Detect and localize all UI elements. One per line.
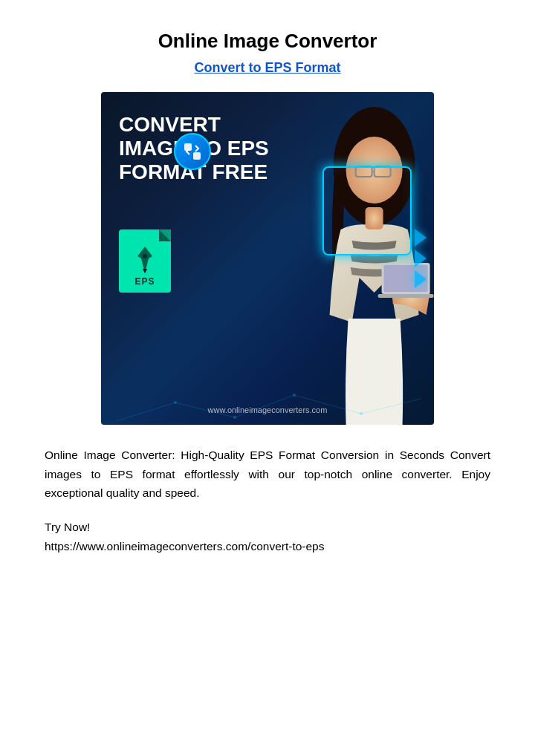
hero-right-panel: [284, 92, 434, 425]
hero-left-panel: CONVERT IMAGE TO EPS FORMAT FREE: [101, 92, 284, 425]
convert-arrows-icon: [182, 141, 203, 162]
eps-label: EPS: [134, 276, 155, 287]
hero-image-bg: CONVERT IMAGE TO EPS FORMAT FREE: [101, 92, 434, 425]
subtitle-link[interactable]: Convert to EPS Format: [194, 60, 340, 76]
woman-figure-svg: [284, 92, 434, 425]
hero-watermark: www.onlineimageconverters.com: [208, 405, 328, 414]
url-link[interactable]: https://www.onlineimageconverters.com/co…: [45, 540, 490, 553]
neon-box: [322, 166, 412, 255]
svg-line-16: [361, 399, 421, 414]
try-now-text: Try Now!: [45, 521, 490, 534]
chevron-2: [415, 250, 427, 267]
chevron-arrows: [415, 229, 427, 288]
description-text: Online Image Converter: High-Quality EPS…: [45, 446, 490, 503]
svg-rect-11: [378, 294, 434, 298]
convert-icon: [174, 133, 211, 170]
pen-nib-icon: [134, 245, 156, 275]
hero-image: CONVERT IMAGE TO EPS FORMAT FREE: [101, 92, 434, 425]
svg-rect-1: [193, 152, 201, 160]
chevron-1: [415, 229, 427, 247]
svg-point-2: [143, 254, 147, 258]
page-container: Online Image Convertor Convert to EPS Fo…: [0, 0, 535, 756]
page-title: Online Image Convertor: [158, 30, 377, 53]
eps-file-icon: EPS: [119, 229, 171, 293]
chevron-3: [415, 270, 427, 288]
svg-point-19: [293, 394, 296, 397]
svg-point-20: [360, 412, 363, 415]
